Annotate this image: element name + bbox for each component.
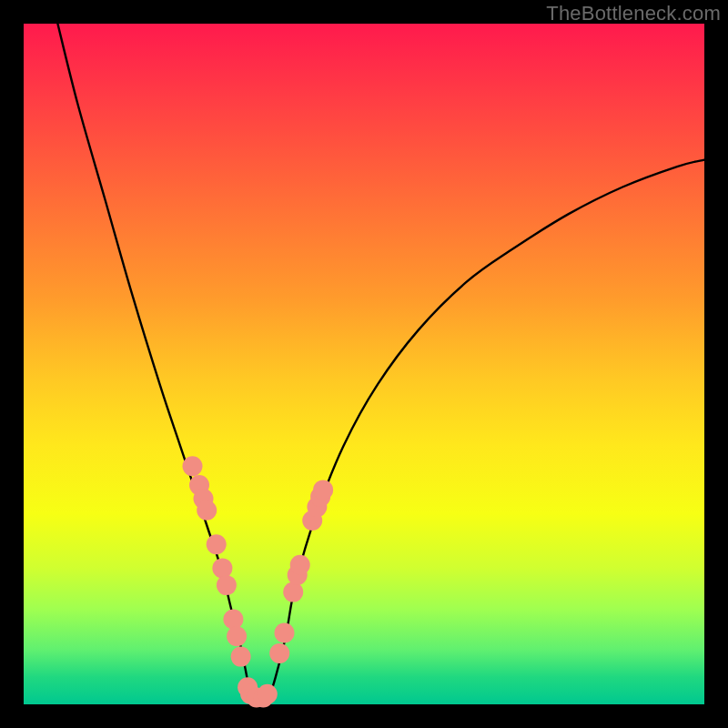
highlight-dot (231, 647, 251, 667)
highlight-dot (313, 480, 333, 500)
highlight-dot (212, 558, 232, 578)
highlight-dot (283, 582, 303, 602)
outer-black-frame: TheBottleneck.com (0, 0, 728, 728)
highlight-dot (269, 643, 289, 663)
highlight-dot (290, 555, 310, 575)
highlight-dot (258, 684, 278, 704)
plot-area (24, 24, 704, 704)
bottleneck-curve (57, 24, 704, 705)
watermark-text: TheBottleneck.com (546, 2, 721, 25)
highlight-dot (275, 623, 295, 643)
chart-svg (24, 24, 704, 704)
highlight-dot (207, 534, 227, 554)
highlight-dot (217, 575, 237, 595)
highlight-dot (197, 500, 217, 521)
highlight-dot (183, 456, 203, 476)
highlight-dot (223, 610, 243, 630)
highlight-dots-group (183, 456, 334, 707)
highlight-dot (227, 626, 247, 646)
